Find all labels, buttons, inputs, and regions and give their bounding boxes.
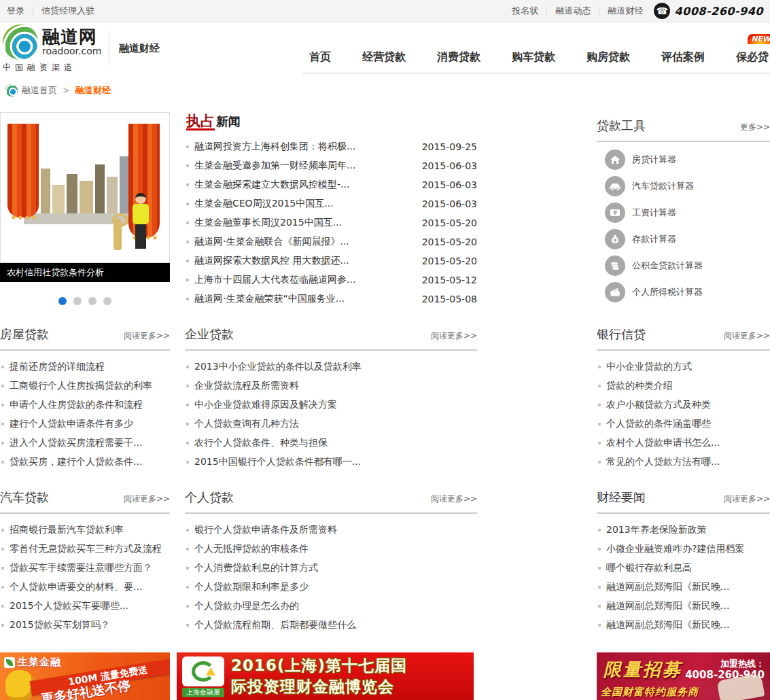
banner-shengcai-finance[interactable]: 生菜金融 100M 流量免费送 更多好礼送不停: [0, 652, 170, 700]
carousel-dot[interactable]: [73, 297, 82, 305]
tool-deposit-calculator[interactable]: ¥ 存款计算器: [597, 226, 770, 252]
new-badge: NEW: [748, 34, 770, 44]
news-item[interactable]: 生菜金融受邀参加第一财经频率周年...2015-06-03: [185, 156, 477, 175]
article-item[interactable]: 个人无抵押贷款的审核条件: [185, 540, 477, 559]
article-item[interactable]: 个人贷款申请要交的材料、要...: [0, 578, 170, 597]
news-item[interactable]: 融道网·生菜金融联合《新闻晨报》...2015-05-20: [185, 232, 477, 251]
article-item[interactable]: 融道网副总郑海阳《新民晚...: [597, 597, 770, 616]
banner-recruit[interactable]: 限量招募 加盟热线： 4008-260-940 全国财富特约服务商: [597, 652, 770, 700]
article-item[interactable]: 中小企业贷款难得原因及解决方案: [185, 396, 477, 415]
article-item[interactable]: 个人贷款查询有几种方法: [185, 415, 477, 434]
article-item[interactable]: 中小企业贷款的方式: [597, 357, 770, 377]
banner-expo[interactable]: 上海金融展 2016(上海)第十七届国 际投资理财金融博览会: [177, 652, 474, 700]
article-item[interactable]: 个人贷款流程前期、后期都要做些什么: [185, 616, 477, 635]
news-item[interactable]: 融道网·生菜金融荣获“中国服务业...2015-05-08: [185, 290, 477, 309]
read-more-link[interactable]: 阅读更多>>: [431, 330, 477, 342]
article-item[interactable]: 进入个人贷款买房流程需要干...: [0, 434, 170, 453]
read-more-link[interactable]: 阅读更多>>: [431, 493, 477, 505]
article-item[interactable]: 融道网副总郑海阳《新民晚...: [597, 578, 770, 597]
article-item[interactable]: 建行个人贷款申请条件有多少: [0, 415, 170, 434]
carousel-dot[interactable]: [103, 297, 111, 305]
article-item[interactable]: 个人贷款办理是怎么办的: [185, 597, 477, 616]
nav-consumer-loan[interactable]: 消费贷款: [437, 50, 480, 65]
article-item[interactable]: 贷款买车手续需要注意哪些方面？: [0, 559, 170, 578]
tool-salary-calculator[interactable]: ¥ 工资计算器: [597, 199, 770, 226]
article-item[interactable]: 招商银行最新汽车贷款利率: [0, 521, 170, 540]
carousel-image[interactable]: [0, 112, 170, 263]
news-item[interactable]: 生菜金融CEO周汉2015中国互...2015-06-03: [185, 194, 477, 213]
bullet-icon: [186, 183, 189, 186]
article-item[interactable]: 企业贷款流程及所需资料: [185, 377, 477, 396]
article-item[interactable]: 2013年养老保险新政策: [597, 521, 770, 540]
article-item[interactable]: 个人消费贷款利息的计算方式: [185, 559, 477, 578]
rongdao-finance-link[interactable]: 融道财经: [608, 5, 643, 17]
article-item[interactable]: 贷款买房，建行个人贷款条件...: [0, 453, 170, 472]
article-item[interactable]: 2015贷款买车划算吗？: [0, 616, 170, 635]
article-item[interactable]: 常见的个人贷款方法有哪...: [597, 453, 770, 472]
loan-tools-more-link[interactable]: 更多>>: [740, 122, 770, 133]
article-item[interactable]: 融道网副总郑海阳《新民晚...: [597, 616, 770, 635]
article-item[interactable]: 提前还房贷的详细流程: [0, 357, 170, 377]
bullet-icon: [186, 260, 189, 262]
nav-home[interactable]: 首页: [309, 50, 331, 65]
tool-fund-loan-calculator[interactable]: 公积金贷款计算器: [597, 252, 770, 279]
article-item[interactable]: 零首付无息贷款买车三种方式及流程: [0, 540, 170, 559]
news-item[interactable]: 融道网投资方上海科创集团：将积极...2015-09-25: [185, 137, 477, 156]
hotline-label: 加盟热线：: [720, 659, 765, 669]
credit-manager-join-link[interactable]: 信贷经理入驻: [41, 5, 94, 17]
news-item[interactable]: 生菜金融探索建立大数据风控模型-...2015-06-03: [185, 175, 477, 194]
carousel-caption[interactable]: 农村信用社贷款条件分析: [0, 263, 170, 282]
divider: [546, 7, 547, 16]
breadcrumb-home-link[interactable]: 融道首页: [22, 84, 57, 97]
article-item[interactable]: 2013中小企业贷款的条件以及贷款利率: [185, 357, 477, 377]
article-item[interactable]: 银行个人贷款申请条件及所需资料: [185, 521, 477, 540]
news-item[interactable]: 上海市十四届人大代表莅临融道网参...2015-05-12: [185, 270, 477, 290]
top-utility-bar: 登录 信贷经理入驻 投名状 融道动态 融道财经 ☎ 4008-260-940: [0, 0, 770, 22]
article-item[interactable]: 小微企业融资难咋办?建信用档案: [597, 540, 770, 559]
divider: [599, 7, 599, 16]
read-more-link[interactable]: 阅读更多>>: [124, 330, 170, 342]
article-item[interactable]: 申请个人住房贷款的条件和流程: [0, 396, 170, 415]
article-item[interactable]: 个人贷款的条件涵盖哪些: [597, 415, 770, 434]
article-item[interactable]: 2015中国银行个人贷款条件都有哪一...: [185, 453, 477, 472]
bullet-icon: [598, 605, 601, 608]
nav-car-loan[interactable]: 购车贷款: [512, 50, 555, 65]
news-item[interactable]: 生菜金融董事长周汉2015中国互...2015-05-20: [185, 213, 477, 232]
nav-house-loan[interactable]: 购房贷款: [587, 50, 630, 65]
read-more-link[interactable]: 阅读更多>>: [124, 493, 170, 505]
rongdao-news-link[interactable]: 融道动态: [555, 5, 591, 17]
carousel-dot[interactable]: [88, 297, 97, 305]
read-more-link[interactable]: 阅读更多>>: [724, 493, 770, 505]
article-item[interactable]: 农村个人贷款申请书怎么...: [597, 434, 770, 453]
toumingzhuang-link[interactable]: 投名状: [512, 5, 538, 17]
tool-car-loan-calculator[interactable]: 汽车贷款计算器: [597, 173, 770, 199]
article-item[interactable]: 个人贷款期限和利率是多少: [185, 578, 477, 597]
article-item[interactable]: 工商银行个人住房按揭贷款的利率: [0, 377, 170, 396]
svg-text:¥: ¥: [613, 210, 617, 216]
article-item[interactable]: 哪个银行存款利息高: [597, 559, 770, 578]
nav-baobidai[interactable]: NEW 保必贷: [736, 50, 769, 65]
section-enterprise-loan: 企业贷款阅读更多>> 2013中小企业贷款的条件以及贷款利率 企业贷款流程及所需…: [185, 323, 477, 472]
carousel[interactable]: 农村信用社贷款条件分析: [0, 112, 170, 305]
bullet-icon: [186, 222, 189, 224]
tool-income-tax-calculator[interactable]: 个人所得税计算器: [597, 279, 770, 305]
bullet-icon: [186, 164, 189, 167]
section-house-loan: 房屋贷款阅读更多>> 提前还房贷的详细流程 工商银行个人住房按揭贷款的利率 申请…: [0, 323, 170, 472]
tool-mortgage-calculator[interactable]: 房贷计算器: [597, 146, 770, 173]
read-more-link[interactable]: 阅读更多>>: [724, 330, 770, 342]
article-item[interactable]: 农户小额贷款方式及种类: [597, 396, 770, 415]
article-item[interactable]: 贷款的种类介绍: [597, 377, 770, 396]
bullet-icon: [186, 529, 189, 531]
site-logo[interactable]: 融道网 roadoor.com 中国融资渠道: [3, 24, 105, 73]
news-item[interactable]: 融道网探索大数据风控 用大数据还...2015-05-20: [185, 251, 477, 270]
carousel-dot[interactable]: [58, 297, 67, 305]
bullet-icon: [186, 203, 189, 205]
channel-label: 融道财经: [119, 42, 160, 55]
nav-case-evaluation[interactable]: 评估案例: [661, 50, 705, 65]
article-item[interactable]: 农行个人贷款条件、种类与担保: [185, 434, 477, 453]
article-item[interactable]: 2015个人贷款买车要哪些...: [0, 597, 170, 616]
nav-business-loan[interactable]: 经营贷款: [362, 50, 406, 65]
svg-text:¥: ¥: [614, 237, 617, 243]
login-link[interactable]: 登录: [7, 5, 24, 17]
section-title: 个人贷款: [185, 489, 234, 506]
